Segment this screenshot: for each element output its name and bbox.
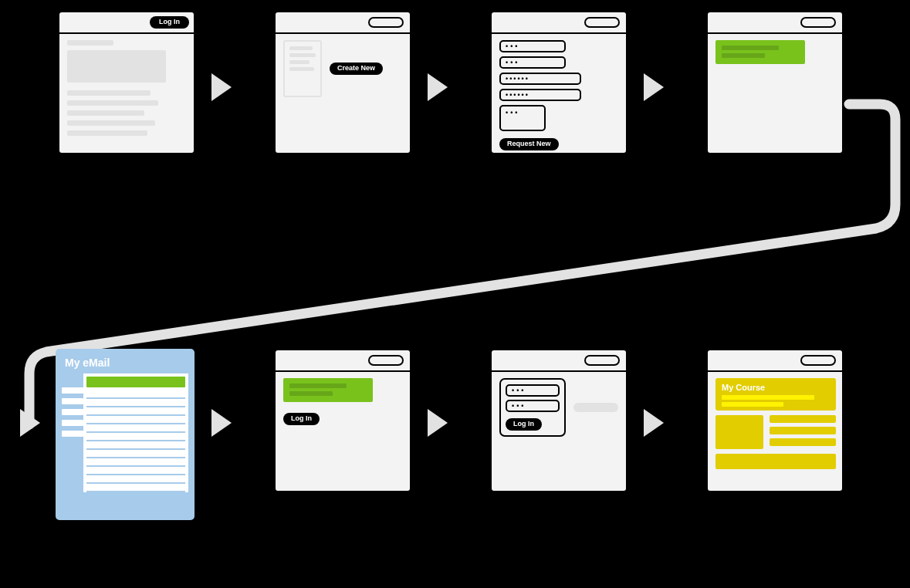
doc-thumb [283, 40, 322, 97]
step-1-landing: Log In [58, 11, 195, 154]
arrow-icon [211, 409, 232, 437]
form-field[interactable]: ••• [499, 56, 566, 69]
email-sidebar [62, 373, 83, 492]
username-field[interactable]: ••• [506, 384, 560, 397]
course-widget[interactable] [770, 438, 836, 446]
login-button[interactable]: Log In [150, 16, 189, 29]
success-banner [283, 378, 373, 402]
create-new-button[interactable]: Create New [330, 63, 383, 75]
step-4-confirmation [706, 11, 844, 154]
password-field[interactable]: ••• [506, 400, 560, 412]
email-list[interactable] [83, 373, 188, 492]
course-widget[interactable] [770, 415, 836, 423]
window-titlebar [492, 350, 626, 372]
arrow-icon [20, 409, 40, 437]
course-widget[interactable] [770, 427, 836, 434]
arrow-icon [644, 409, 664, 437]
step-6-login-prompt: Log In [274, 349, 411, 492]
arrow-icon [428, 73, 448, 101]
email-selected-row[interactable] [86, 377, 185, 387]
arrow-icon [428, 409, 448, 437]
window-titlebar [492, 12, 626, 34]
form-field[interactable]: ••• [499, 105, 546, 131]
course-widget[interactable] [715, 415, 763, 449]
step-7-login-form: ••• ••• Log In [490, 349, 628, 492]
form-field[interactable]: •••••• [499, 89, 581, 101]
login-panel: ••• ••• Log In [499, 378, 566, 437]
window-titlebar [708, 350, 842, 372]
request-new-button[interactable]: Request New [499, 138, 559, 150]
success-banner [715, 40, 805, 64]
arrow-icon [211, 73, 232, 101]
form-field[interactable]: ••• [499, 40, 566, 52]
login-button[interactable]: Log In [506, 418, 542, 431]
email-title: My eMail [56, 357, 195, 373]
arrow-icon [644, 73, 664, 101]
window-titlebar [708, 12, 842, 34]
window-titlebar: Log In [59, 12, 194, 34]
form-field[interactable]: •••••• [499, 73, 581, 85]
step-3-request-form: ••• ••• •••••• •••••• ••• Request New [490, 11, 628, 154]
step-5-email-client: My eMail [56, 349, 195, 520]
course-header: My Course [715, 378, 836, 411]
course-widget[interactable] [715, 454, 836, 469]
step-2-create: Create New [274, 11, 411, 154]
login-button[interactable]: Log In [283, 413, 320, 425]
window-titlebar [276, 12, 410, 34]
window-titlebar [276, 350, 410, 372]
course-title: My Course [722, 383, 830, 392]
step-8-course-dashboard: My Course [706, 349, 844, 492]
placeholder-bar [573, 403, 618, 412]
